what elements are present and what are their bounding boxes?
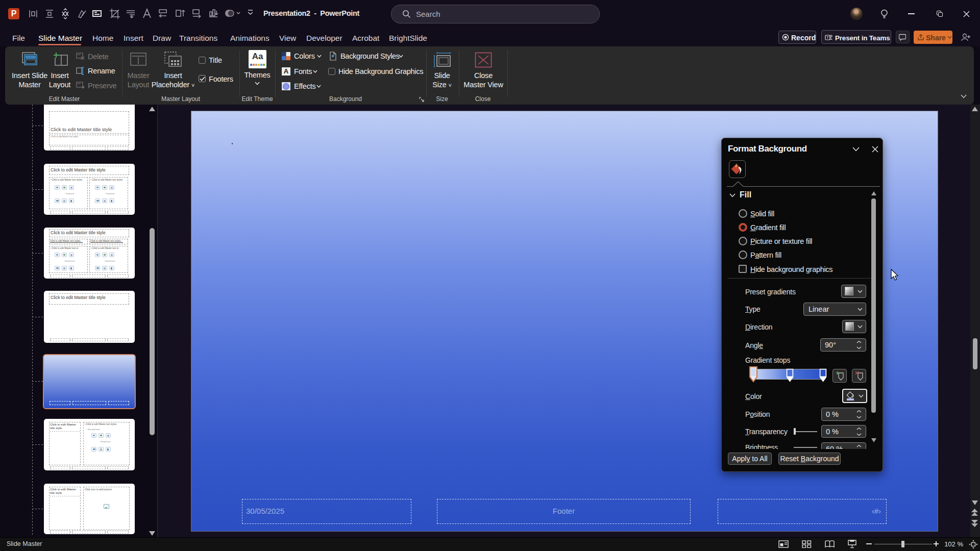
svg-text:T: T	[826, 35, 829, 40]
